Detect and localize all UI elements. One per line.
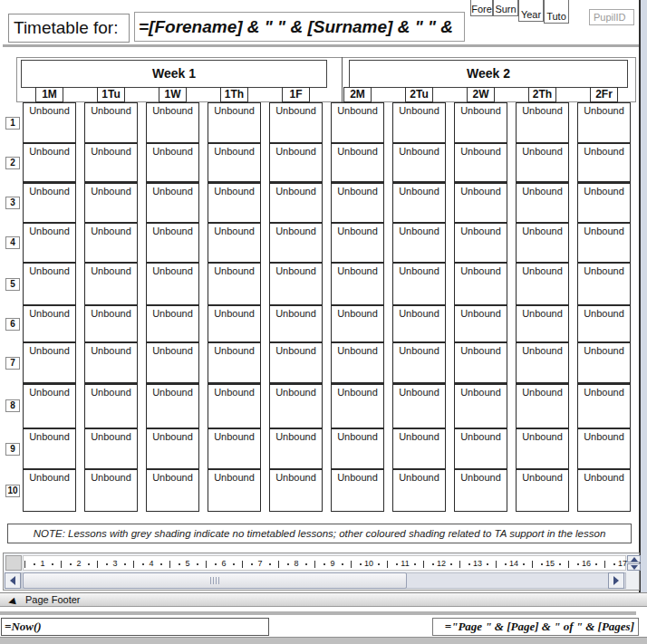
timetable-cell[interactable]: Unbound (331, 223, 384, 263)
timetable-cell[interactable]: Unbound (454, 428, 507, 469)
timetable-cell[interactable]: Unbound (208, 469, 261, 512)
timetable-cell[interactable]: Unbound (516, 143, 569, 182)
row-number-label[interactable]: 8 (5, 399, 20, 412)
timetable-cell[interactable]: Unbound (23, 263, 76, 305)
timetable-cell[interactable]: Unbound (269, 428, 323, 469)
timetable-cell[interactable]: Unbound (454, 342, 507, 383)
scroll-up-button[interactable] (627, 555, 641, 562)
timetable-cell[interactable]: Unbound (84, 469, 138, 512)
pupil-name-formula-textbox[interactable]: =[Forename] & " " & [Surname] & " " & (134, 12, 465, 42)
timetable-cell[interactable]: Unbound (331, 182, 384, 223)
page-footer-section-bar[interactable]: ◀ Page Footer (0, 592, 647, 607)
timetable-cell[interactable]: Unbound (23, 102, 76, 143)
timetable-cell[interactable]: Unbound (516, 428, 569, 469)
timetable-cell[interactable]: Unbound (269, 102, 323, 143)
timetable-cell[interactable]: Unbound (269, 342, 323, 383)
row-number-label[interactable]: 6 (5, 318, 20, 331)
timetable-cell[interactable]: Unbound (577, 305, 631, 342)
timetable-cell[interactable]: Unbound (454, 263, 507, 305)
timetable-cell[interactable]: Unbound (331, 383, 384, 428)
timetable-cell[interactable]: Unbound (577, 263, 631, 305)
timetable-cell[interactable]: Unbound (146, 143, 199, 182)
timetable-cell[interactable]: Unbound (454, 383, 507, 428)
timetable-cell[interactable]: Unbound (577, 102, 631, 143)
timetable-cell[interactable]: Unbound (454, 223, 507, 263)
timetable-cell[interactable]: Unbound (208, 143, 261, 182)
timetable-cell[interactable]: Unbound (454, 102, 507, 143)
timetable-cell[interactable]: Unbound (454, 143, 507, 182)
timetable-cell[interactable]: Unbound (23, 342, 76, 383)
timetable-cell[interactable]: Unbound (146, 383, 199, 428)
timetable-cell[interactable]: Unbound (84, 143, 138, 182)
timetable-cell[interactable]: Unbound (84, 383, 138, 428)
timetable-cell[interactable]: Unbound (269, 469, 323, 512)
row-number-label[interactable]: 2 (5, 157, 20, 169)
row-number-label[interactable]: 5 (5, 278, 20, 291)
timetable-cell[interactable]: Unbound (516, 342, 569, 383)
timetable-cell[interactable]: Unbound (146, 102, 199, 143)
timetable-cell[interactable]: Unbound (454, 305, 507, 342)
timetable-cell[interactable]: Unbound (23, 305, 76, 342)
timetable-cell[interactable]: Unbound (23, 428, 76, 469)
timetable-cell[interactable]: Unbound (146, 263, 199, 305)
timetable-cell[interactable]: Unbound (146, 469, 199, 512)
timetable-cell[interactable]: Unbound (331, 428, 384, 469)
timetable-cell[interactable]: Unbound (146, 428, 199, 469)
timetable-cell[interactable]: Unbound (577, 182, 631, 223)
day-header-2w[interactable]: 2W (467, 87, 495, 102)
note-label[interactable]: NOTE: Lessons with grey shading indicate… (7, 524, 632, 543)
timetable-cell[interactable]: Unbound (208, 182, 261, 223)
timetable-cell[interactable]: Unbound (516, 469, 569, 512)
timetable-cell[interactable]: Unbound (392, 305, 446, 342)
timetable-cell[interactable]: Unbound (208, 383, 261, 428)
field-box-forename[interactable]: Fore (470, 0, 493, 16)
timetable-cell[interactable]: Unbound (392, 383, 446, 428)
timetable-cell[interactable]: Unbound (146, 182, 199, 223)
timetable-cell[interactable]: Unbound (23, 469, 76, 512)
timetable-cell[interactable]: Unbound (577, 428, 631, 469)
timetable-cell[interactable]: Unbound (392, 342, 446, 383)
timetable-cell[interactable]: Unbound (269, 263, 323, 305)
timetable-cell[interactable]: Unbound (577, 223, 631, 263)
timetable-cell[interactable]: Unbound (146, 342, 199, 383)
hscrollbar-thumb[interactable] (23, 572, 407, 589)
timetable-cell[interactable]: Unbound (208, 102, 261, 143)
timetable-cell[interactable]: Unbound (84, 223, 138, 263)
timetable-cell[interactable]: Unbound (577, 383, 631, 428)
timetable-cell[interactable]: Unbound (577, 143, 631, 182)
timetable-cell[interactable]: Unbound (392, 102, 446, 143)
field-box-year[interactable]: Year (518, 0, 544, 22)
timetable-cell[interactable]: Unbound (516, 263, 569, 305)
timetable-cell[interactable]: Unbound (392, 223, 446, 263)
timetable-cell[interactable]: Unbound (84, 428, 138, 469)
day-header-1w[interactable]: 1W (159, 87, 187, 102)
timetable-cell[interactable]: Unbound (392, 182, 446, 223)
timetable-cell[interactable]: Unbound (146, 305, 199, 342)
timetable-cell[interactable]: Unbound (23, 182, 76, 223)
row-number-label[interactable]: 9 (5, 443, 20, 456)
field-box-surname[interactable]: Surn (493, 0, 518, 16)
page-number-formula-textbox[interactable]: ="Page " & [Page] & " of " & [Pages] (432, 618, 639, 636)
day-header-2fr[interactable]: 2Fr (590, 87, 618, 102)
row-number-label[interactable]: 10 (5, 485, 20, 497)
timetable-cell[interactable]: Unbound (208, 223, 261, 263)
week1-header[interactable]: Week 1 (21, 60, 327, 88)
timetable-cell[interactable]: Unbound (331, 469, 384, 512)
day-header-1tu[interactable]: 1Tu (97, 87, 125, 102)
timetable-cell[interactable]: Unbound (331, 102, 384, 143)
timetable-cell[interactable]: Unbound (208, 305, 261, 342)
timetable-cell[interactable]: Unbound (84, 305, 138, 342)
day-header-2tu[interactable]: 2Tu (405, 87, 433, 102)
timetable-cell[interactable]: Unbound (146, 223, 199, 263)
scroll-right-button[interactable] (608, 572, 624, 589)
timetable-cell[interactable]: Unbound (331, 305, 384, 342)
timetable-cell[interactable]: Unbound (516, 223, 569, 263)
timetable-cell[interactable]: Unbound (269, 182, 323, 223)
timetable-cell[interactable]: Unbound (331, 342, 384, 383)
timetable-cell[interactable]: Unbound (269, 305, 323, 342)
pupil-id-textbox[interactable]: PupilID (589, 9, 634, 25)
timetable-cell[interactable]: Unbound (23, 223, 76, 263)
timetable-cell[interactable]: Unbound (392, 263, 446, 305)
timetable-cell[interactable]: Unbound (269, 383, 323, 428)
timetable-cell[interactable]: Unbound (208, 428, 261, 469)
